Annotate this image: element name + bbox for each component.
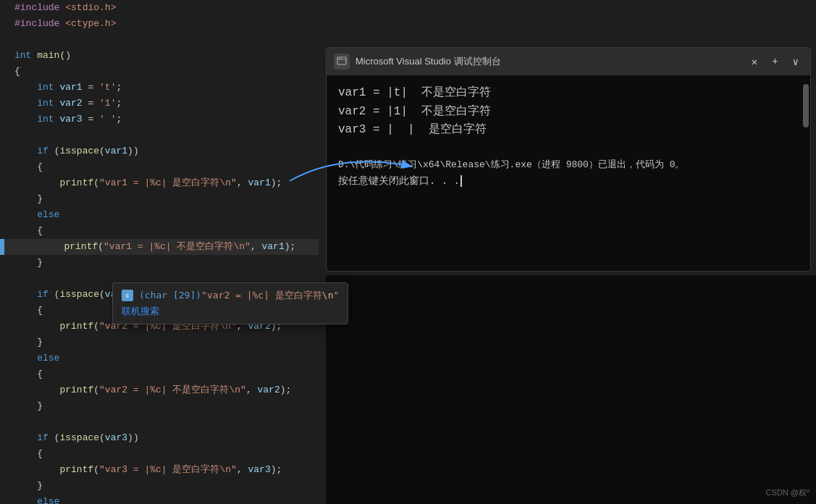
code-line-29: { <box>0 446 319 462</box>
code-line-30: printf("var3 = |%c| 是空白字符\n", var3); <box>0 462 319 478</box>
code-line-25: printf("var2 = |%c| 不是空白字符\n", var2); <box>0 382 319 398</box>
code-line-23: else <box>0 350 319 366</box>
terminal-close-btn[interactable]: ✕ <box>747 54 762 70</box>
code-line-26: } <box>0 398 319 414</box>
code-line-9 <box>0 127 319 143</box>
code-line-1: #include <stdio.h> <box>0 0 319 16</box>
code-line-14: else <box>0 207 319 223</box>
code-line-11: { <box>0 159 319 175</box>
code-line-6: int var1 = 't'; <box>0 80 319 96</box>
code-line-24: { <box>0 366 319 382</box>
terminal-press-key: 按任意键关闭此窗口. . . <box>338 173 799 189</box>
code-line-4: int main() <box>0 48 319 64</box>
terminal-titlebar: Microsoft Visual Studio 调试控制台 ✕ + ∨ <box>327 48 810 75</box>
terminal-output-1: var1 = |t| 不是空白字符 <box>338 84 799 103</box>
svg-rect-2 <box>339 58 340 59</box>
code-line-22: } <box>0 335 319 350</box>
tooltip-type-icon: C <box>122 290 133 301</box>
terminal-window: Microsoft Visual Studio 调试控制台 ✕ + ∨ var1… <box>326 47 811 272</box>
svg-text:C: C <box>126 293 129 299</box>
terminal-title: Microsoft Visual Studio 调试控制台 <box>356 55 741 68</box>
code-line-5: { <box>0 64 319 80</box>
terminal-scrollbar[interactable] <box>803 84 809 127</box>
code-line-16: printf("var1 = |%c| 不是空白字符\n", var1); <box>0 239 319 255</box>
code-line-13: } <box>0 191 319 207</box>
terminal-output-2: var2 = |1| 不是空白字符 <box>338 103 799 122</box>
code-line-27 <box>0 414 319 430</box>
code-line-2: #include <ctype.h> <box>0 16 319 32</box>
code-line-17: } <box>0 255 319 271</box>
terminal-app-icon <box>334 54 350 70</box>
code-line-3 <box>0 32 319 48</box>
code-line-15: { <box>0 223 319 239</box>
code-line-8: int var3 = ' '; <box>0 112 319 127</box>
tooltip-code-row: C (char [29])"var2 = |%c| 是空白字符\n" <box>122 289 339 302</box>
code-line-12: printf("var1 = |%c| 是空白字符\n", var1); <box>0 175 319 191</box>
tooltip-popup: C (char [29])"var2 = |%c| 是空白字符\n" 联机搜索 <box>112 282 348 324</box>
code-line-7: int var2 = '1'; <box>0 96 319 112</box>
line-marker-16 <box>0 239 4 255</box>
svg-rect-3 <box>341 58 342 59</box>
terminal-path-line: D:\代码练习\练习\x64\Release\练习.exe（进程 9800）已退… <box>338 158 799 173</box>
code-line-31: } <box>0 478 319 494</box>
code-editor: #include <stdio.h> #include <ctype.h> in… <box>0 0 319 504</box>
terminal-dropdown-btn[interactable]: ∨ <box>788 54 803 70</box>
tooltip-code-text: (char [29])"var2 = |%c| 是空白字符\n" <box>139 289 339 302</box>
terminal-content: var1 = |t| 不是空白字符 var2 = |1| 不是空白字符 var3… <box>327 75 810 271</box>
tooltip-search-link[interactable]: 联机搜索 <box>122 305 339 318</box>
code-line-10: if (isspace(var1)) <box>0 143 319 159</box>
code-line-28: if (isspace(var3)) <box>0 430 319 446</box>
terminal-add-btn[interactable]: + <box>767 54 782 69</box>
watermark: CSDN @权^ <box>765 487 810 498</box>
terminal-output-3: var3 = | | 是空白字符 <box>338 121 799 140</box>
terminal-blank <box>338 140 799 159</box>
code-line-32: else <box>0 494 319 504</box>
right-panel <box>326 275 816 504</box>
